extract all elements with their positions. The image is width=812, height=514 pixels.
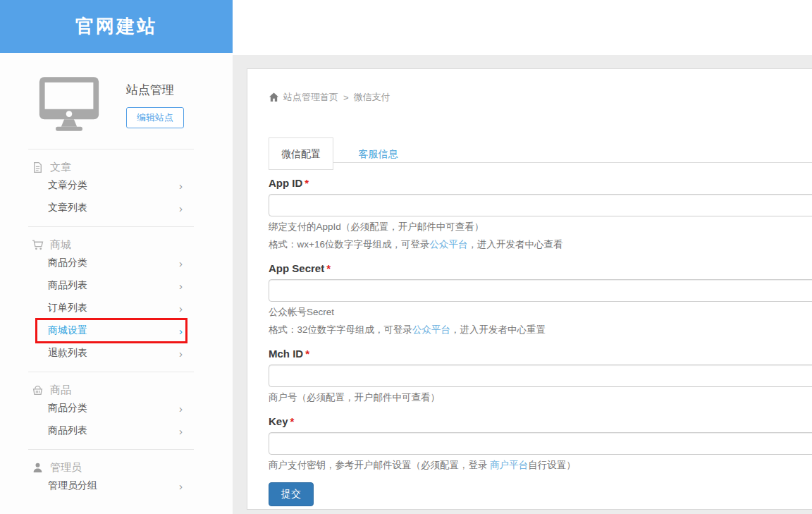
field-help: 格式：wx+16位数字字母组成，可登录公众平台，进入开发者中心查看 — [269, 238, 812, 252]
tab-bar: 微信配置 客服信息 — [269, 137, 812, 170]
section-products-header: 商品 — [28, 383, 194, 397]
field-help: 绑定支付的AppId（必须配置，开户邮件中可查看） — [269, 220, 812, 234]
required-mark: * — [290, 415, 295, 427]
section-mall: 商城 商品分类 › 商品列表 › 订单列表 › 商城设置 › 退款列表 › — [28, 226, 194, 372]
public-platform-link[interactable]: 公众平台 — [429, 239, 467, 250]
sidebar-item-article-list[interactable]: 文章列表 › — [28, 197, 194, 219]
field-group-mchid: Mch ID* 商户号（必须配置，开户邮件中可查看） — [269, 348, 812, 405]
breadcrumb-home-link[interactable]: 站点管理首页 — [283, 91, 338, 104]
chevron-right-icon: › — [179, 325, 183, 337]
field-help: 公众帐号Secret — [269, 305, 812, 319]
field-help: 商户号（必须配置，开户邮件中可查看） — [269, 391, 812, 405]
sidebar-item-article-category[interactable]: 文章分类 › — [28, 174, 194, 197]
sidebar-item-mall-settings[interactable]: 商城设置 › — [28, 319, 194, 342]
section-label: 文章 — [50, 161, 71, 174]
field-label: App Secret* — [269, 262, 812, 274]
required-mark: * — [326, 262, 331, 274]
required-mark: * — [305, 348, 309, 360]
cart-icon — [32, 239, 44, 251]
field-label: App ID* — [269, 177, 812, 189]
breadcrumb-separator: > — [343, 92, 349, 103]
home-icon — [269, 92, 279, 102]
field-group-key: Key* 商户支付密钥，参考开户邮件设置（必须配置，登录 商户平台自行设置） — [269, 415, 812, 472]
app-logo: 官网建站 — [0, 0, 233, 53]
chevron-right-icon: › — [179, 280, 183, 292]
required-mark: * — [304, 177, 309, 189]
section-admin: 管理员 管理员分组 › — [28, 449, 194, 504]
section-admin-header: 管理员 — [28, 460, 194, 475]
public-platform-link[interactable]: 公众平台 — [412, 324, 450, 335]
chevron-right-icon: › — [179, 202, 183, 214]
section-label: 商品 — [50, 384, 71, 397]
section-label: 商城 — [50, 238, 71, 252]
sidebar-item-admin-group[interactable]: 管理员分组 › — [28, 475, 194, 497]
field-help: 格式：32位数字字母组成，可登录公众平台，进入开发者中心重置 — [269, 323, 812, 337]
tab-wechat-config[interactable]: 微信配置 — [269, 137, 333, 170]
key-input[interactable] — [269, 432, 812, 455]
tab-service-info[interactable]: 客服信息 — [346, 138, 410, 171]
section-articles: 文章 文章分类 › 文章列表 › — [28, 149, 194, 226]
section-mall-header: 商城 — [28, 238, 194, 252]
sidebar-item-product-list[interactable]: 商品列表 › — [28, 420, 194, 442]
sidebar-item-goods-category[interactable]: 商品分类 › — [28, 252, 194, 274]
breadcrumb-current: 微信支付 — [354, 91, 390, 104]
document-icon — [32, 161, 44, 173]
chevron-right-icon: › — [179, 480, 183, 492]
site-info-block: 站点管理 编辑站点 — [39, 76, 233, 131]
field-help: 商户支付密钥，参考开户邮件设置（必须配置，登录 商户平台自行设置） — [269, 458, 812, 472]
field-label: Mch ID* — [269, 348, 812, 360]
submit-button[interactable]: 提交 — [269, 482, 314, 506]
breadcrumb: 站点管理首页 > 微信支付 — [269, 91, 812, 104]
site-title: 站点管理 — [126, 82, 184, 98]
merchant-platform-link[interactable]: 商户平台 — [490, 460, 528, 470]
sidebar-item-order-list[interactable]: 订单列表 › — [28, 297, 194, 319]
chevron-right-icon: › — [179, 348, 183, 360]
sidebar-item-refund-list[interactable]: 退款列表 › — [28, 342, 194, 365]
user-icon — [32, 462, 44, 474]
section-articles-header: 文章 — [28, 160, 194, 174]
sidebar-item-goods-list[interactable]: 商品列表 › — [28, 274, 194, 297]
top-bar — [233, 0, 812, 55]
sidebar-nav: 文章 文章分类 › 文章列表 › 商城 — [28, 149, 194, 504]
chevron-right-icon: › — [179, 425, 183, 437]
sidebar: 站点管理 编辑站点 文章 文章分类 › 文章列表 › — [0, 53, 233, 514]
field-group-appid: App ID* 绑定支付的AppId（必须配置，开户邮件中可查看） 格式：wx+… — [269, 177, 812, 252]
basket-icon — [32, 384, 44, 396]
chevron-right-icon: › — [179, 403, 183, 415]
edit-site-button[interactable]: 编辑站点 — [126, 107, 184, 128]
field-label: Key* — [269, 415, 812, 427]
sidebar-item-product-category[interactable]: 商品分类 › — [28, 397, 194, 420]
chevron-right-icon: › — [179, 302, 183, 314]
monitor-icon — [39, 76, 99, 131]
section-label: 管理员 — [50, 461, 82, 475]
chevron-right-icon: › — [179, 180, 183, 192]
mchid-input[interactable] — [269, 365, 812, 387]
section-products: 商品 商品分类 › 商品列表 › — [28, 372, 194, 449]
chevron-right-icon: › — [179, 257, 183, 269]
appid-input[interactable] — [269, 194, 812, 216]
field-group-appsecret: App Secret* 公众帐号Secret 格式：32位数字字母组成，可登录公… — [269, 262, 812, 337]
main-panel: 站点管理首页 > 微信支付 微信配置 客服信息 App ID* 绑定支付的App… — [247, 68, 812, 510]
appsecret-input[interactable] — [269, 279, 812, 302]
